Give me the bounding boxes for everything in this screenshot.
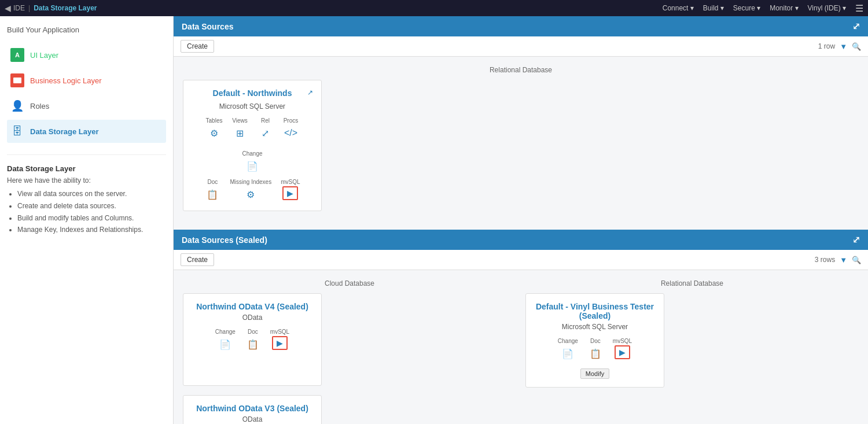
sealed-relational-label: Relational Database [525, 279, 859, 287]
content-area: Data Sources ⤢ Create 1 row ▼ 🔍 Relation… [174, 16, 868, 424]
sidebar: Build Your Application A UI Layer Busine… [0, 16, 174, 424]
sidebar-item-data-storage[interactable]: 🗄 Data Storage Layer [7, 120, 166, 143]
odata-v4-change-icon[interactable]: 📄 [217, 336, 233, 352]
vinyl-change[interactable]: Change 📄 [558, 338, 578, 362]
desc-item-2: Create and delete data sources. [17, 201, 166, 211]
odata-v4-play-icon: ▶ [277, 338, 283, 348]
doc-icon[interactable]: 📋 [204, 186, 220, 202]
sealed-relational-column: Relational Database Default - Vinyl Busi… [525, 279, 859, 424]
odata-v4-title: Northwind OData V4 (Sealed) [192, 302, 313, 311]
cards-grid: Default - Northwinds ↗ Microsoft SQL Ser… [183, 80, 859, 211]
card-actions-row2: Doc 📋 Missing Indexes ⚙ mvSQL [192, 179, 313, 202]
nav-actions: Connect ▾ Build ▾ Secure ▾ Monitor ▾ Vin… [663, 3, 863, 14]
toolbar-right: 1 row ▼ 🔍 [818, 42, 861, 51]
views-action[interactable]: Views ⊞ [231, 117, 248, 141]
sidebar-item-roles[interactable]: 👤 Roles [7, 94, 166, 117]
procs-icon[interactable]: </> [282, 125, 299, 141]
northwinds-card: Default - Northwinds ↗ Microsoft SQL Ser… [183, 80, 322, 211]
sealed-row-count: 3 rows [815, 256, 835, 264]
hamburger-icon[interactable]: ☰ [855, 3, 863, 14]
sealed-create-button[interactable]: Create [181, 253, 214, 266]
mvsql-button[interactable]: ▶ [282, 186, 298, 200]
vinyl-business-title: Default - Vinyl Business Tester (Sealed) [534, 302, 656, 320]
views-label: Views [232, 117, 248, 124]
external-link-icon[interactable]: ↗ [307, 89, 313, 97]
odata-v4-mvsql: mvSQL ▶ [270, 329, 289, 352]
sidebar-item-ui-layer[interactable]: A UI Layer [7, 43, 166, 67]
desc-title: Data Storage Layer [7, 164, 166, 173]
cloud-db-label: Cloud Database [183, 279, 516, 287]
tables-icon[interactable]: ⚙ [206, 125, 222, 141]
modify-button[interactable]: Modify [580, 368, 609, 379]
top-navigation: ◀ IDE | Data Storage Layer Connect ▾ Bui… [0, 0, 868, 16]
sidebar-title: Build Your Application [7, 25, 166, 34]
change-label: Change [242, 150, 262, 157]
ui-layer-icon: A [10, 48, 24, 62]
desc-subtitle: Here we have the ability to: [7, 176, 166, 185]
create-button[interactable]: Create [181, 40, 214, 53]
vinyl-business-actions: Change 📄 Doc 📋 mvSQL [534, 338, 656, 362]
ui-layer-label: UI Layer [30, 51, 58, 60]
odata-v4-actions: Change 📄 Doc 📋 mvSQL [192, 329, 313, 352]
odata-v4-doc-label: Doc [248, 329, 258, 335]
monitor-menu[interactable]: Monitor ▾ [770, 4, 798, 12]
odata-v4-subtitle: OData [192, 314, 313, 322]
missing-indexes-icon[interactable]: ⚙ [242, 186, 259, 202]
odata-v3-card: Northwind OData V3 (Sealed) OData Change… [183, 395, 322, 424]
filter-icon[interactable]: ▼ [840, 42, 847, 51]
desc-item-4: Manage Key, Indexes and Relationships. [17, 225, 166, 235]
relational-cards: Default - Vinyl Business Tester (Sealed)… [525, 293, 859, 388]
build-menu[interactable]: Build ▾ [703, 4, 724, 12]
tables-action[interactable]: Tables ⚙ [206, 117, 223, 141]
vinyl-play-icon: ▶ [619, 348, 626, 357]
secure-menu[interactable]: Secure ▾ [733, 4, 760, 12]
search-icon[interactable]: 🔍 [852, 42, 861, 51]
sealed-search-icon[interactable]: 🔍 [852, 256, 861, 264]
card-header: Default - Northwinds ↗ [192, 89, 313, 100]
separator: | [28, 4, 30, 12]
doc-action[interactable]: Doc 📋 [204, 179, 220, 202]
nav-breadcrumb: ◀ IDE | Data Storage Layer [5, 3, 97, 13]
ide-label: IDE [13, 4, 25, 12]
odata-v4-change[interactable]: Change 📄 [215, 329, 236, 352]
back-arrow-icon[interactable]: ◀ [5, 3, 11, 13]
sealed-toolbar-left: Create [181, 253, 214, 266]
odata-v4-mvsql-button[interactable]: ▶ [272, 336, 288, 350]
expand-icon[interactable]: ⤢ [852, 21, 860, 32]
rel-action[interactable]: Rel ⤢ [257, 117, 273, 141]
mvsql-group: mvSQL ▶ [281, 179, 300, 202]
vinyl-mvsql: mvSQL ▶ [613, 338, 632, 362]
odata-v4-change-label: Change [215, 329, 236, 335]
odata-v3-title: Northwind OData V3 (Sealed) [192, 404, 313, 413]
northwinds-title: Default - Northwinds [213, 89, 292, 98]
vinyl-doc-icon[interactable]: 📋 [587, 345, 604, 362]
connect-menu[interactable]: Connect ▾ [663, 4, 694, 12]
views-icon[interactable]: ⊞ [231, 125, 248, 141]
vinyl-doc-label: Doc [590, 338, 601, 344]
sidebar-item-business-logic[interactable]: Business Logic Layer [7, 69, 166, 92]
mvsql-label: mvSQL [281, 179, 300, 185]
odata-v4-doc[interactable]: Doc 📋 [245, 329, 261, 352]
relational-db-label: Relational Database [183, 66, 859, 74]
sealed-expand-icon[interactable]: ⤢ [852, 234, 860, 245]
cloud-cards: Northwind OData V4 (Sealed) OData Change… [183, 293, 516, 424]
rel-icon[interactable]: ⤢ [257, 125, 273, 141]
vinyl-mvsql-button[interactable]: ▶ [615, 345, 630, 359]
sealed-filter-icon[interactable]: ▼ [840, 256, 847, 264]
odata-v4-doc-icon[interactable]: 📋 [245, 336, 261, 352]
procs-action[interactable]: Procs </> [282, 117, 299, 141]
data-sources-cards: Relational Database Default - Northwinds… [174, 57, 868, 230]
rel-label: Rel [261, 117, 270, 124]
vinyl-change-icon[interactable]: 📄 [560, 345, 576, 362]
change-action[interactable]: Change 📄 [242, 150, 262, 174]
desc-item-1: View all data sources on the server. [17, 189, 166, 199]
sealed-cards-area: Cloud Database Northwind OData V4 (Seale… [174, 270, 868, 424]
odata-v4-card: Northwind OData V4 (Sealed) OData Change… [183, 293, 322, 386]
missing-indexes-action[interactable]: Missing Indexes ⚙ [230, 179, 271, 202]
data-layer-icon: 🗄 [10, 124, 24, 138]
vinyl-ide-menu[interactable]: Vinyl (IDE) ▾ [808, 4, 846, 12]
card-actions-row1: Tables ⚙ Views ⊞ Rel ⤢ [192, 117, 313, 174]
vinyl-change-label: Change [558, 338, 578, 344]
vinyl-doc[interactable]: Doc 📋 [587, 338, 604, 362]
change-icon[interactable]: 📄 [244, 158, 260, 174]
